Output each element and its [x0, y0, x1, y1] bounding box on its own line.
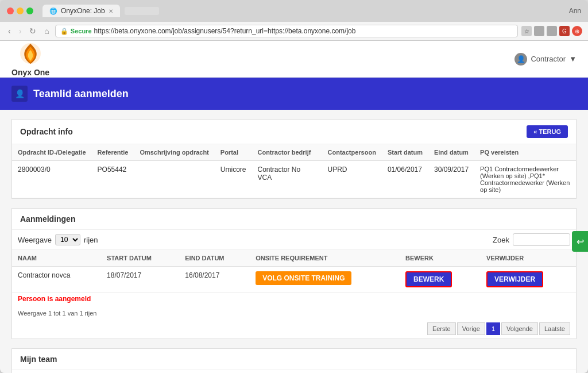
forward-button[interactable]: › [17, 25, 24, 37]
col-pq: PQ vereisten [474, 144, 576, 161]
vorige-button[interactable]: Vorige [457, 322, 485, 335]
browser-tab[interactable]: 🌐 OnyxOne: Job ✕ [42, 5, 120, 17]
cell-referentie: PO55442 [92, 161, 134, 198]
col-eind: Eind datum [428, 144, 474, 161]
zoek-area: Zoek [493, 233, 570, 246]
dropdown-arrow-icon: ▼ [569, 55, 577, 63]
cell-eind-datum: 16/08/2017 [179, 267, 250, 293]
col-omschrijving: Omschrijving opdracht [134, 144, 214, 161]
tab-favicon: 🌐 [49, 7, 57, 15]
opdracht-info-title: Opdracht info [20, 127, 73, 136]
weergave-select[interactable]: 10 [55, 234, 80, 245]
page-1-button[interactable]: 1 [486, 322, 500, 335]
star-icon[interactable]: ☆ [521, 26, 532, 36]
aanmeldingen-header: Aanmeldingen [12, 209, 576, 230]
avatar-icon: 👤 [514, 53, 527, 66]
close-dot[interactable] [7, 7, 14, 14]
laatste-button[interactable]: Laatste [539, 322, 570, 335]
aanmeldingen-header-row: NAAM START DATUM EIND DATUM ONSITE REQUI… [12, 250, 576, 267]
mijn-team-controls: Weergave 10 rijen Zoek [12, 370, 576, 373]
cell-omschrijving [134, 161, 214, 198]
col-contractor: Contractor bedrijf [252, 144, 322, 161]
contractor-dropdown[interactable]: 👤 Contractor ▼ [514, 53, 577, 66]
opdracht-info-section: Opdracht info « TERUG Opdracht ID-/Deleg… [11, 119, 577, 199]
new-tab-area [125, 7, 159, 15]
ext-icon2[interactable] [547, 26, 557, 36]
col-naam: NAAM [12, 250, 101, 267]
header-user-icon: 👤 [11, 86, 28, 102]
col-start: Start datum [382, 144, 428, 161]
aanmeldingen-table: NAAM START DATUM EIND DATUM ONSITE REQUI… [12, 250, 576, 293]
address-bar[interactable]: 🔒 Secure https://beta.onyxone.com/job/as… [55, 25, 518, 37]
sidebar-toggle-button[interactable]: ↩ [572, 231, 588, 252]
minimize-dot[interactable] [17, 7, 24, 14]
toolbar-icons: ☆ G ⊕ [521, 26, 582, 36]
aanmeldingen-section: Aanmeldingen Weergave 10 rijen Zoek [11, 208, 577, 339]
col-verwijder: VERWIJDER [481, 250, 576, 267]
cell-eind: 30/09/2017 [428, 161, 474, 198]
col-start-datum: START DATUM [101, 250, 179, 267]
col-contact: Contactpersoon [322, 144, 382, 161]
page-title: Teamlid aanmelden [33, 88, 129, 100]
ext-icon1[interactable] [534, 26, 544, 36]
opdracht-header-row: Opdracht ID-/Delegatie Referentie Omschr… [12, 144, 576, 161]
aanmeldingen-container: Aanmeldingen Weergave 10 rijen Zoek [11, 208, 577, 339]
opdracht-table: Opdracht ID-/Delegatie Referentie Omschr… [12, 144, 576, 198]
aanmeldingen-controls: Weergave 10 rijen Zoek [12, 230, 576, 250]
aanmeldingen-data-row: Contractor novca 18/07/2017 16/08/2017 V… [12, 267, 576, 293]
mijn-team-section: Mijn team Weergave 10 rijen Zoek [11, 348, 577, 373]
contractor-label: Contractor [531, 55, 566, 63]
page-content: Onyx One 👤 Contractor ▼ 👤 Teamlid aanmel… [0, 41, 588, 373]
volgende-button[interactable]: Volgende [501, 322, 538, 335]
col-referentie: Referentie [92, 144, 134, 161]
mijn-team-header: Mijn team [12, 349, 576, 370]
cell-contractor: Contractor No VCA [252, 161, 322, 198]
bewerk-button[interactable]: BEWERK [405, 271, 452, 287]
ext-icon3[interactable]: G [559, 26, 570, 36]
col-portal: Portal [215, 144, 252, 161]
cell-naam: Contractor novca [12, 267, 101, 293]
cell-start-datum: 18/07/2017 [101, 267, 179, 293]
onsite-training-button[interactable]: VOLG ONSITE TRAINING [256, 271, 351, 285]
logo-image [16, 41, 45, 67]
home-button[interactable]: ⌂ [42, 25, 51, 37]
cell-bewerk: BEWERK [400, 267, 481, 293]
zoek-input[interactable] [513, 233, 570, 246]
maximize-dot[interactable] [26, 7, 33, 14]
records-info: Weergave 1 tot 1 van 1 rijen [12, 307, 576, 319]
logo-area: Onyx One [11, 41, 49, 77]
cell-onsite: VOLG ONSITE TRAINING [250, 267, 400, 293]
naam-text: Contractor novca [18, 271, 70, 279]
browser-titlebar: 🌐 OnyxOne: Job ✕ Ann [0, 0, 588, 22]
top-nav: Onyx One 👤 Contractor ▼ [0, 41, 588, 78]
browser-user-label: Ann [569, 7, 581, 15]
window-controls [7, 7, 33, 14]
pagination-row: Eerste Vorige 1 Volgende Laatste [12, 319, 576, 339]
cell-verwijder: VERWIJDER [481, 267, 576, 293]
back-button[interactable]: ‹ [6, 25, 13, 37]
persoon-status: Persoon is aangemeld [12, 293, 576, 307]
cell-contact: UPRD [322, 161, 382, 198]
verwijder-button[interactable]: VERWIJDER [486, 271, 543, 287]
opdracht-data-row: 2800003/0 PO55442 Umicore Contractor No … [12, 161, 576, 198]
tab-close-icon[interactable]: ✕ [109, 8, 113, 14]
weergave-area: Weergave 10 rijen [18, 234, 98, 245]
user-silhouette-icon: 👤 [15, 89, 25, 98]
terug-button[interactable]: « TERUG [527, 125, 568, 138]
reload-button[interactable]: ↻ [27, 25, 38, 37]
cell-start: 01/06/2017 [382, 161, 428, 198]
col-id: Opdracht ID-/Delegatie [12, 144, 92, 161]
col-bewerk: BEWERK [400, 250, 481, 267]
cell-portal: Umicore [215, 161, 252, 198]
weergave-label: Weergave [18, 236, 52, 244]
browser-toolbar: ‹ › ↻ ⌂ 🔒 Secure https://beta.onyxone.co… [0, 22, 588, 41]
aanmeldingen-title: Aanmeldingen [20, 214, 75, 224]
secure-lock-icon: 🔒 [60, 28, 68, 35]
eerste-button[interactable]: Eerste [427, 322, 456, 335]
cell-pq: PQ1 Contractormedewerker (Werken op site… [474, 161, 576, 198]
col-eind-datum: EIND DATUM [179, 250, 250, 267]
browser-window: 🌐 OnyxOne: Job ✕ Ann ‹ › ↻ ⌂ 🔒 Secure ht… [0, 0, 588, 373]
ext-icon4[interactable]: ⊕ [572, 26, 582, 36]
col-onsite: ONSITE REQUIREMENT [250, 250, 400, 267]
zoek-label: Zoek [493, 236, 509, 244]
